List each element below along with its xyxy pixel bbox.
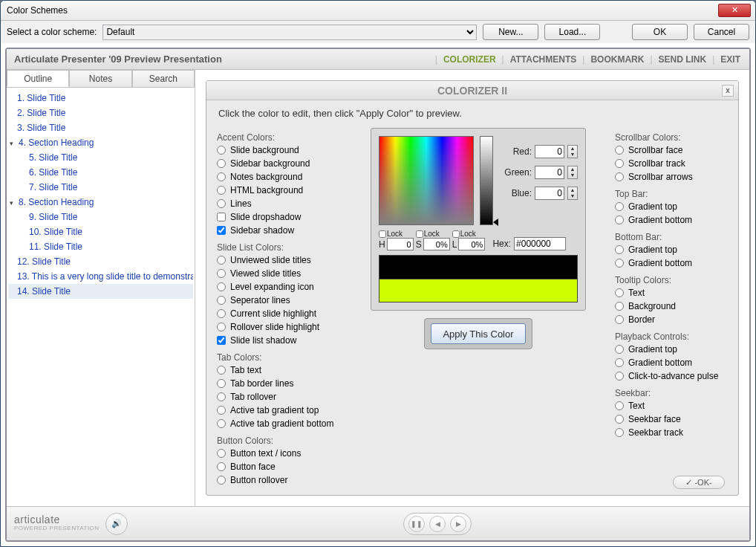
color-target-row[interactable]: Slide background	[217, 144, 342, 156]
target-radio[interactable]	[217, 282, 226, 291]
target-radio[interactable]	[615, 202, 624, 211]
color-target-row[interactable]: Button face	[217, 461, 342, 473]
color-target-row[interactable]: Text	[615, 400, 728, 412]
hex-input[interactable]	[514, 237, 566, 250]
target-radio[interactable]	[615, 415, 624, 424]
color-target-row[interactable]: Border	[615, 314, 728, 326]
color-target-row[interactable]: Button text / icons	[217, 447, 342, 459]
outline-item[interactable]: 9. Slide Title	[8, 210, 193, 224]
color-target-row[interactable]: Unviewed slide titles	[217, 254, 342, 266]
outline-item[interactable]: 12. Slide Title	[8, 254, 193, 269]
color-target-row[interactable]: Active tab gradient top	[217, 404, 342, 416]
target-radio[interactable]	[615, 245, 624, 254]
color-target-row[interactable]: HTML background	[217, 184, 342, 196]
apply-color-button[interactable]: Apply This Color	[431, 323, 526, 344]
color-target-row[interactable]: Viewed slide titles	[217, 268, 342, 279]
color-target-row[interactable]: Rollover slide highlight	[217, 321, 342, 333]
colorizer-ok-button[interactable]: ✓ -OK-	[673, 476, 725, 489]
target-radio[interactable]	[217, 296, 226, 305]
target-radio[interactable]	[217, 269, 226, 278]
outline-item[interactable]: 6. Slide Title	[8, 165, 193, 180]
link-exit[interactable]: EXIT	[719, 54, 742, 65]
s-input[interactable]	[423, 238, 450, 250]
target-radio[interactable]	[615, 288, 624, 297]
target-radio[interactable]	[217, 462, 226, 471]
color-target-row[interactable]: Gradient bottom	[615, 357, 728, 369]
color-target-row[interactable]: Gradient bottom	[615, 257, 728, 269]
target-checkbox[interactable]	[217, 226, 226, 235]
new-button[interactable]: New...	[483, 24, 538, 40]
color-target-row[interactable]: Tab rollover	[217, 391, 342, 403]
color-target-row[interactable]: Click-to-advance pulse	[615, 370, 728, 382]
target-radio[interactable]	[615, 302, 624, 311]
link-attachments[interactable]: ATTACHMENTS	[509, 54, 579, 65]
target-radio[interactable]	[217, 199, 226, 208]
color-target-row[interactable]: Tab text	[217, 364, 342, 376]
outline-item[interactable]: 13. This is a very long slide title to d…	[8, 269, 193, 284]
color-target-row[interactable]: Current slide highlight	[217, 308, 342, 320]
target-radio[interactable]	[217, 159, 226, 168]
pause-button[interactable]: ❚❚	[408, 516, 425, 532]
color-target-row[interactable]: Slide list shadow	[217, 334, 342, 346]
target-radio[interactable]	[615, 345, 624, 354]
red-input[interactable]	[535, 145, 564, 158]
ok-button[interactable]: OK	[632, 24, 688, 40]
colorizer-close-button[interactable]: x	[722, 85, 734, 97]
outline-item[interactable]: 5. Slide Title	[8, 150, 193, 165]
target-radio[interactable]	[615, 428, 624, 437]
outline-list[interactable]: 1. Slide Title2. Slide Title3. Slide Tit…	[7, 88, 195, 506]
color-target-row[interactable]: Slide dropshadow	[217, 211, 342, 223]
target-radio[interactable]	[217, 256, 226, 265]
green-input[interactable]	[535, 166, 564, 179]
target-radio[interactable]	[615, 358, 624, 367]
target-radio[interactable]	[615, 315, 624, 324]
color-target-row[interactable]: Tab border lines	[217, 378, 342, 389]
l-lock[interactable]	[452, 230, 460, 238]
target-radio[interactable]	[615, 259, 624, 268]
color-target-row[interactable]: Sidebar shadow	[217, 224, 342, 236]
tab-search[interactable]: Search	[132, 70, 195, 87]
color-target-row[interactable]: Level expanding icon	[217, 281, 342, 293]
outline-item[interactable]: 4. Section Heading	[8, 135, 193, 150]
target-radio[interactable]	[217, 449, 226, 458]
target-radio[interactable]	[217, 379, 226, 388]
luminance-slider[interactable]	[480, 136, 493, 225]
l-input[interactable]	[458, 238, 485, 250]
volume-button[interactable]: 🔊	[105, 513, 128, 535]
cancel-button[interactable]: Cancel	[694, 24, 749, 40]
link-colorizer[interactable]: COLORIZER	[442, 54, 498, 65]
color-target-row[interactable]: Scrollbar face	[615, 144, 728, 156]
close-button[interactable]: ✕	[718, 4, 751, 17]
target-radio[interactable]	[217, 419, 226, 428]
color-target-row[interactable]: Gradient top	[615, 244, 728, 256]
outline-item[interactable]: 10. Slide Title	[8, 224, 193, 239]
color-target-row[interactable]: Seekbar track	[615, 427, 728, 438]
target-checkbox[interactable]	[217, 336, 226, 345]
target-radio[interactable]	[615, 159, 624, 168]
target-checkbox[interactable]	[217, 213, 226, 221]
color-target-row[interactable]: Background	[615, 300, 728, 312]
target-radio[interactable]	[217, 406, 226, 415]
target-radio[interactable]	[615, 401, 624, 410]
green-spin[interactable]: ▲▼	[567, 166, 578, 179]
outline-item[interactable]: 2. Slide Title	[8, 106, 193, 120]
color-target-row[interactable]: Button rollover	[217, 474, 342, 486]
prev-button[interactable]: ◀	[429, 516, 446, 532]
target-radio[interactable]	[217, 476, 226, 485]
target-radio[interactable]	[615, 216, 624, 224]
target-radio[interactable]	[217, 172, 226, 181]
link-sendlink[interactable]: SEND LINK	[657, 54, 708, 65]
tab-outline[interactable]: Outline	[7, 70, 69, 87]
target-radio[interactable]	[217, 309, 226, 318]
color-target-row[interactable]: Seekbar face	[615, 413, 728, 425]
target-radio[interactable]	[615, 172, 624, 181]
link-bookmark[interactable]: BOOKMARK	[589, 54, 645, 65]
target-radio[interactable]	[217, 366, 226, 375]
scheme-select[interactable]: Default	[102, 25, 477, 40]
color-target-row[interactable]: Gradient top	[615, 343, 728, 355]
color-target-row[interactable]: Seperator lines	[217, 294, 342, 306]
target-radio[interactable]	[217, 146, 226, 155]
outline-item[interactable]: 3. Slide Title	[8, 120, 193, 135]
color-target-row[interactable]: Gradient top	[615, 201, 728, 213]
h-lock[interactable]	[379, 230, 386, 238]
